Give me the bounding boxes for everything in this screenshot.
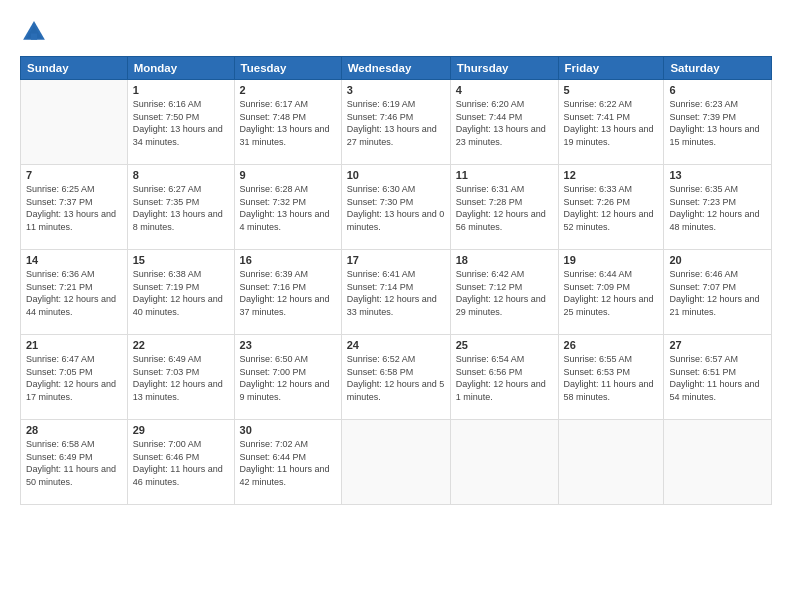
day-info: Sunrise: 6:33 AMSunset: 7:26 PMDaylight:…: [564, 183, 659, 233]
day-number: 27: [669, 339, 766, 351]
calendar-day-cell: 26Sunrise: 6:55 AMSunset: 6:53 PMDayligh…: [558, 335, 664, 420]
day-info: Sunrise: 6:55 AMSunset: 6:53 PMDaylight:…: [564, 353, 659, 403]
calendar-day-cell: 2Sunrise: 6:17 AMSunset: 7:48 PMDaylight…: [234, 80, 341, 165]
weekday-header: Friday: [558, 57, 664, 80]
day-number: 17: [347, 254, 445, 266]
calendar-day-cell: [21, 80, 128, 165]
day-number: 12: [564, 169, 659, 181]
logo: [20, 18, 52, 46]
day-info: Sunrise: 6:17 AMSunset: 7:48 PMDaylight:…: [240, 98, 336, 148]
calendar-day-cell: 10Sunrise: 6:30 AMSunset: 7:30 PMDayligh…: [341, 165, 450, 250]
calendar-day-cell: 22Sunrise: 6:49 AMSunset: 7:03 PMDayligh…: [127, 335, 234, 420]
calendar-day-cell: 18Sunrise: 6:42 AMSunset: 7:12 PMDayligh…: [450, 250, 558, 335]
day-info: Sunrise: 6:52 AMSunset: 6:58 PMDaylight:…: [347, 353, 445, 403]
calendar-day-cell: 1Sunrise: 6:16 AMSunset: 7:50 PMDaylight…: [127, 80, 234, 165]
calendar-day-cell: 27Sunrise: 6:57 AMSunset: 6:51 PMDayligh…: [664, 335, 772, 420]
day-info: Sunrise: 6:23 AMSunset: 7:39 PMDaylight:…: [669, 98, 766, 148]
header: [20, 18, 772, 46]
day-info: Sunrise: 6:38 AMSunset: 7:19 PMDaylight:…: [133, 268, 229, 318]
calendar-week-row: 28Sunrise: 6:58 AMSunset: 6:49 PMDayligh…: [21, 420, 772, 505]
calendar-day-cell: 28Sunrise: 6:58 AMSunset: 6:49 PMDayligh…: [21, 420, 128, 505]
calendar-day-cell: 17Sunrise: 6:41 AMSunset: 7:14 PMDayligh…: [341, 250, 450, 335]
weekday-header: Sunday: [21, 57, 128, 80]
day-number: 14: [26, 254, 122, 266]
day-info: Sunrise: 6:27 AMSunset: 7:35 PMDaylight:…: [133, 183, 229, 233]
day-number: 4: [456, 84, 553, 96]
svg-rect-2: [31, 34, 37, 40]
day-info: Sunrise: 6:44 AMSunset: 7:09 PMDaylight:…: [564, 268, 659, 318]
day-number: 11: [456, 169, 553, 181]
weekday-header: Tuesday: [234, 57, 341, 80]
day-info: Sunrise: 6:50 AMSunset: 7:00 PMDaylight:…: [240, 353, 336, 403]
calendar-day-cell: [664, 420, 772, 505]
calendar-day-cell: [450, 420, 558, 505]
day-number: 22: [133, 339, 229, 351]
calendar-day-cell: 5Sunrise: 6:22 AMSunset: 7:41 PMDaylight…: [558, 80, 664, 165]
calendar-day-cell: 12Sunrise: 6:33 AMSunset: 7:26 PMDayligh…: [558, 165, 664, 250]
day-number: 25: [456, 339, 553, 351]
weekday-header: Wednesday: [341, 57, 450, 80]
calendar-day-cell: 15Sunrise: 6:38 AMSunset: 7:19 PMDayligh…: [127, 250, 234, 335]
day-number: 10: [347, 169, 445, 181]
calendar-day-cell: 13Sunrise: 6:35 AMSunset: 7:23 PMDayligh…: [664, 165, 772, 250]
calendar-day-cell: 9Sunrise: 6:28 AMSunset: 7:32 PMDaylight…: [234, 165, 341, 250]
calendar-week-row: 7Sunrise: 6:25 AMSunset: 7:37 PMDaylight…: [21, 165, 772, 250]
page: SundayMondayTuesdayWednesdayThursdayFrid…: [0, 0, 792, 612]
calendar-day-cell: [341, 420, 450, 505]
day-number: 20: [669, 254, 766, 266]
calendar-week-row: 1Sunrise: 6:16 AMSunset: 7:50 PMDaylight…: [21, 80, 772, 165]
day-number: 29: [133, 424, 229, 436]
calendar-day-cell: 6Sunrise: 6:23 AMSunset: 7:39 PMDaylight…: [664, 80, 772, 165]
calendar-day-cell: 20Sunrise: 6:46 AMSunset: 7:07 PMDayligh…: [664, 250, 772, 335]
day-info: Sunrise: 6:42 AMSunset: 7:12 PMDaylight:…: [456, 268, 553, 318]
day-number: 23: [240, 339, 336, 351]
day-number: 7: [26, 169, 122, 181]
day-info: Sunrise: 7:02 AMSunset: 6:44 PMDaylight:…: [240, 438, 336, 488]
calendar-table: SundayMondayTuesdayWednesdayThursdayFrid…: [20, 56, 772, 505]
day-info: Sunrise: 6:16 AMSunset: 7:50 PMDaylight:…: [133, 98, 229, 148]
day-number: 28: [26, 424, 122, 436]
calendar-day-cell: 21Sunrise: 6:47 AMSunset: 7:05 PMDayligh…: [21, 335, 128, 420]
day-number: 2: [240, 84, 336, 96]
day-info: Sunrise: 6:19 AMSunset: 7:46 PMDaylight:…: [347, 98, 445, 148]
weekday-header: Monday: [127, 57, 234, 80]
day-number: 3: [347, 84, 445, 96]
calendar-day-cell: 30Sunrise: 7:02 AMSunset: 6:44 PMDayligh…: [234, 420, 341, 505]
day-number: 24: [347, 339, 445, 351]
day-number: 30: [240, 424, 336, 436]
calendar-header-row: SundayMondayTuesdayWednesdayThursdayFrid…: [21, 57, 772, 80]
calendar-day-cell: 16Sunrise: 6:39 AMSunset: 7:16 PMDayligh…: [234, 250, 341, 335]
weekday-header: Saturday: [664, 57, 772, 80]
day-info: Sunrise: 6:36 AMSunset: 7:21 PMDaylight:…: [26, 268, 122, 318]
weekday-header: Thursday: [450, 57, 558, 80]
calendar-week-row: 14Sunrise: 6:36 AMSunset: 7:21 PMDayligh…: [21, 250, 772, 335]
day-info: Sunrise: 6:58 AMSunset: 6:49 PMDaylight:…: [26, 438, 122, 488]
day-info: Sunrise: 6:25 AMSunset: 7:37 PMDaylight:…: [26, 183, 122, 233]
day-info: Sunrise: 7:00 AMSunset: 6:46 PMDaylight:…: [133, 438, 229, 488]
day-number: 21: [26, 339, 122, 351]
day-info: Sunrise: 6:30 AMSunset: 7:30 PMDaylight:…: [347, 183, 445, 233]
day-number: 5: [564, 84, 659, 96]
day-number: 16: [240, 254, 336, 266]
day-info: Sunrise: 6:22 AMSunset: 7:41 PMDaylight:…: [564, 98, 659, 148]
logo-icon: [20, 18, 48, 46]
day-info: Sunrise: 6:47 AMSunset: 7:05 PMDaylight:…: [26, 353, 122, 403]
calendar-day-cell: 19Sunrise: 6:44 AMSunset: 7:09 PMDayligh…: [558, 250, 664, 335]
day-info: Sunrise: 6:31 AMSunset: 7:28 PMDaylight:…: [456, 183, 553, 233]
day-number: 8: [133, 169, 229, 181]
day-info: Sunrise: 6:39 AMSunset: 7:16 PMDaylight:…: [240, 268, 336, 318]
day-info: Sunrise: 6:28 AMSunset: 7:32 PMDaylight:…: [240, 183, 336, 233]
calendar-day-cell: 3Sunrise: 6:19 AMSunset: 7:46 PMDaylight…: [341, 80, 450, 165]
calendar-day-cell: 25Sunrise: 6:54 AMSunset: 6:56 PMDayligh…: [450, 335, 558, 420]
calendar-day-cell: 24Sunrise: 6:52 AMSunset: 6:58 PMDayligh…: [341, 335, 450, 420]
calendar-day-cell: 29Sunrise: 7:00 AMSunset: 6:46 PMDayligh…: [127, 420, 234, 505]
day-number: 1: [133, 84, 229, 96]
day-number: 6: [669, 84, 766, 96]
day-info: Sunrise: 6:57 AMSunset: 6:51 PMDaylight:…: [669, 353, 766, 403]
calendar-day-cell: [558, 420, 664, 505]
day-info: Sunrise: 6:20 AMSunset: 7:44 PMDaylight:…: [456, 98, 553, 148]
day-number: 26: [564, 339, 659, 351]
calendar-day-cell: 14Sunrise: 6:36 AMSunset: 7:21 PMDayligh…: [21, 250, 128, 335]
day-info: Sunrise: 6:35 AMSunset: 7:23 PMDaylight:…: [669, 183, 766, 233]
day-info: Sunrise: 6:46 AMSunset: 7:07 PMDaylight:…: [669, 268, 766, 318]
